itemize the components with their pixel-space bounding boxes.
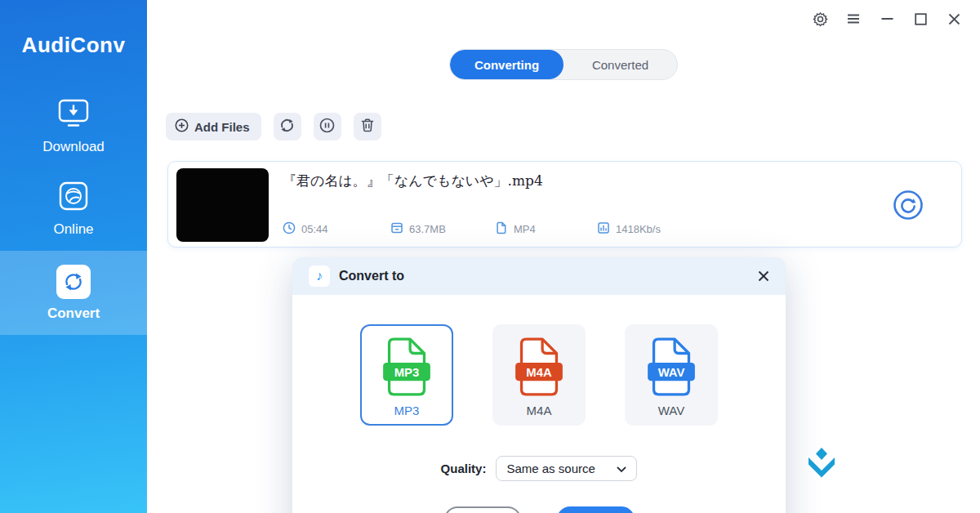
dialog-buttons xyxy=(292,506,786,513)
file-title: 『君の名は。』「なんでもないや」.mp4 xyxy=(283,172,543,190)
refresh-circle-icon[interactable] xyxy=(892,189,924,221)
add-files-label: Add Files xyxy=(194,120,250,134)
wav-file-icon: WAV xyxy=(644,336,698,398)
format-value: MP4 xyxy=(514,223,536,235)
svg-text:WAV: WAV xyxy=(658,366,685,379)
globe-icon xyxy=(58,181,89,215)
size-value: 63.7MB xyxy=(409,223,446,235)
pause-icon xyxy=(319,118,335,136)
quality-dropdown[interactable]: Same as source xyxy=(496,456,637,481)
add-circle-icon xyxy=(175,118,189,135)
refresh-all-button[interactable] xyxy=(274,113,301,141)
trash-icon xyxy=(360,118,375,136)
svg-text:MP3: MP3 xyxy=(394,366,420,379)
add-files-button[interactable]: Add Files xyxy=(166,113,261,141)
dialog-close-icon[interactable] xyxy=(758,270,769,282)
video-thumbnail xyxy=(176,168,269,242)
svg-text:M4A: M4A xyxy=(526,366,552,379)
storage-icon xyxy=(390,221,403,237)
bitrate-value: 1418Kb/s xyxy=(616,223,661,235)
file-duration: 05:44 xyxy=(283,221,390,237)
convert-sync-icon xyxy=(56,265,91,299)
window-controls xyxy=(812,9,962,29)
app-window: AudiConv Download O xyxy=(0,0,980,513)
format-label: M4A xyxy=(527,404,552,417)
format-card-mp3[interactable]: MP3 MP3 xyxy=(360,324,453,426)
file-format: MP4 xyxy=(495,221,597,237)
file-meta-row: 05:44 63.7MB xyxy=(283,221,661,237)
menu-icon[interactable] xyxy=(845,10,862,28)
sidebar-item-online[interactable]: Online xyxy=(0,181,147,238)
file-bitrate: 1418Kb/s xyxy=(597,221,661,237)
chevron-down-icon xyxy=(617,462,626,475)
delete-all-button[interactable] xyxy=(354,113,381,141)
file-icon xyxy=(495,221,508,237)
m4a-file-icon: M4A xyxy=(512,336,566,398)
sidebar-item-download[interactable]: Download xyxy=(0,98,147,155)
dialog-title: Convert to xyxy=(339,269,404,283)
confirm-button[interactable] xyxy=(557,506,635,513)
sidebar-item-convert[interactable]: Convert xyxy=(0,251,147,335)
clock-icon xyxy=(283,221,296,237)
close-icon[interactable] xyxy=(946,10,962,28)
quality-label: Quality: xyxy=(441,462,487,475)
toolbar: Add Files xyxy=(166,113,381,141)
mp3-file-icon: MP3 xyxy=(380,336,434,398)
quality-row: Quality: Same as source xyxy=(292,456,786,481)
status-tabs: Converting Converted xyxy=(449,49,678,80)
tab-converting[interactable]: Converting xyxy=(450,50,564,79)
maximize-icon[interactable] xyxy=(912,10,929,28)
pause-all-button[interactable] xyxy=(314,113,341,141)
minimize-icon[interactable] xyxy=(879,10,895,28)
app-logo: AudiConv xyxy=(0,33,147,58)
bitrate-icon xyxy=(597,221,610,237)
download-monitor-icon xyxy=(57,98,90,132)
cancel-button[interactable] xyxy=(444,506,521,513)
sidebar-item-label: Convert xyxy=(47,306,100,322)
dialog-header: ♪ Convert to xyxy=(292,257,786,295)
file-row[interactable]: 『君の名は。』「なんでもないや」.mp4 05:44 xyxy=(167,161,962,248)
sidebar-item-label: Online xyxy=(53,221,93,238)
tab-converted[interactable]: Converted xyxy=(564,50,677,79)
format-label: MP3 xyxy=(394,404,420,417)
settings-gear-icon[interactable] xyxy=(812,10,828,28)
brand-watermark-icon xyxy=(807,446,836,479)
format-card-m4a[interactable]: M4A M4A xyxy=(492,324,586,426)
refresh-icon xyxy=(279,118,295,136)
sidebar-item-label: Download xyxy=(42,139,105,155)
convert-to-dialog: ♪ Convert to MP3 MP3 xyxy=(292,257,786,513)
duration-value: 05:44 xyxy=(301,223,328,235)
file-size: 63.7MB xyxy=(390,221,495,237)
format-options: MP3 MP3 M4A M4A WAV xyxy=(292,324,786,426)
quality-value: Same as source xyxy=(506,462,608,475)
app-note-icon: ♪ xyxy=(309,265,330,287)
format-card-wav[interactable]: WAV WAV xyxy=(625,324,718,426)
format-label: WAV xyxy=(658,404,685,417)
sidebar: AudiConv Download O xyxy=(0,0,147,513)
